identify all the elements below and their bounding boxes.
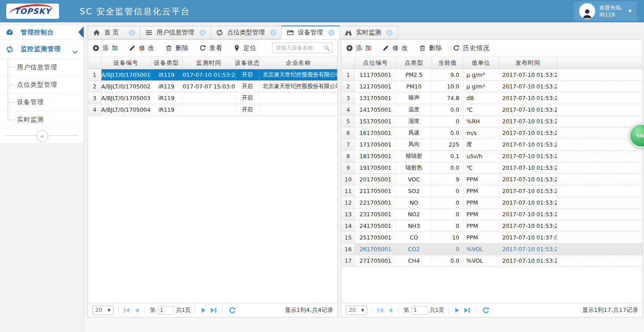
table-cell[interactable]: 2017-07-10 01:53:22: [499, 185, 557, 197]
table-cell[interactable]: 2: [88, 81, 102, 92]
column-header[interactable]: 设备编号: [102, 57, 151, 69]
table-cell[interactable]: 2017-07-10 01:53:21: [499, 127, 557, 139]
column-header[interactable]: 监测时间: [182, 57, 236, 69]
table-cell[interactable]: VOC: [396, 174, 432, 185]
table-row[interactable]: 17271705001CH40.0%VOL2017-07-10 01:53:21: [342, 255, 642, 267]
table-cell[interactable]: 3: [342, 92, 355, 104]
page-number-input[interactable]: [158, 306, 174, 315]
reload-icon[interactable]: [229, 307, 236, 314]
table-cell[interactable]: iR119: [151, 81, 182, 92]
sidebar-item-realtime[interactable]: 实时监测: [0, 111, 84, 129]
edit-button[interactable]: 修 改: [129, 44, 154, 52]
table-cell[interactable]: PPM: [463, 209, 499, 220]
table-cell[interactable]: 2017-07-10 01:53:22: [499, 92, 557, 104]
table-cell[interactable]: 2017-07-10 01:53:21: [499, 81, 557, 92]
table-cell[interactable]: 0.0: [432, 104, 463, 115]
table-cell[interactable]: [557, 232, 642, 243]
table-cell[interactable]: NO: [396, 197, 432, 208]
table-cell[interactable]: 111705001: [355, 69, 396, 80]
tab-device[interactable]: 设备管理×: [281, 25, 340, 39]
column-header[interactable]: 企业名称: [259, 57, 337, 69]
topsky-logo[interactable]: TOPSKY: [6, 4, 59, 19]
table-cell[interactable]: 4: [88, 104, 102, 115]
table-cell[interactable]: 开启: [236, 81, 259, 92]
table-cell[interactable]: [182, 104, 236, 115]
table-row[interactable]: 14241705001NH30PPM2017-07-10 01:53:21: [342, 220, 642, 232]
table-cell[interactable]: 2017-07-10 01:53:21: [499, 139, 557, 150]
table-cell[interactable]: PPM: [463, 185, 499, 197]
first-page-button[interactable]: [123, 307, 131, 314]
table-cell[interactable]: 151705001: [355, 116, 396, 127]
close-icon[interactable]: ×: [129, 29, 135, 36]
table-row[interactable]: 8181705001核辐射0.1uSv/h2017-07-10 01:53:21: [342, 151, 642, 162]
table-cell[interactable]: dB: [463, 92, 499, 104]
table-cell[interactable]: 171705001: [355, 139, 396, 150]
table-cell[interactable]: [557, 162, 642, 173]
table-cell[interactable]: 2017-07-10 01:53:22: [499, 116, 557, 127]
table-cell[interactable]: 14: [342, 220, 355, 231]
table-cell[interactable]: %RH: [463, 116, 499, 127]
table-cell[interactable]: PPM: [463, 174, 499, 185]
table-row[interactable]: 2A/BJLT/0/1705002iR1192017-07-07 15:03:0…: [88, 81, 337, 92]
prev-page-button[interactable]: [386, 307, 394, 314]
table-cell[interactable]: 辐射热: [396, 162, 432, 173]
table-cell[interactable]: 开启: [236, 92, 259, 104]
table-cell[interactable]: PM10: [396, 81, 432, 92]
table-cell[interactable]: 15: [342, 232, 355, 243]
table-cell[interactable]: 2017-07-10 01:53:21: [499, 197, 557, 208]
page-number-input[interactable]: [411, 306, 428, 315]
prev-page-button[interactable]: [133, 307, 140, 314]
table-cell[interactable]: ℃: [463, 104, 499, 115]
table-cell[interactable]: 271705001: [355, 255, 396, 266]
table-cell[interactable]: uSv/h: [463, 151, 499, 162]
delete-button[interactable]: 删除: [165, 44, 189, 52]
table-row[interactable]: 7171705001风向225度2017-07-10 01:53:21: [342, 139, 642, 151]
table-cell[interactable]: 2017-07-10 01:53:21: [499, 220, 557, 231]
search-input[interactable]: [272, 45, 323, 51]
table-cell[interactable]: 231705001: [355, 209, 396, 220]
table-cell[interactable]: 12: [342, 197, 355, 208]
table-cell[interactable]: 7: [342, 139, 355, 150]
table-cell[interactable]: 261705001: [355, 244, 396, 255]
table-cell[interactable]: 3: [88, 92, 102, 104]
first-page-button[interactable]: [377, 307, 384, 314]
next-page-button[interactable]: [200, 307, 208, 314]
add-button[interactable]: 添 加: [93, 44, 118, 52]
table-cell[interactable]: A/BJLT/0/1705002: [102, 81, 151, 92]
edit-button[interactable]: 修 改: [382, 44, 408, 52]
table-cell[interactable]: 11: [342, 185, 355, 197]
table-cell[interactable]: 9.0: [432, 69, 463, 80]
table-cell[interactable]: 131705001: [355, 92, 396, 104]
table-cell[interactable]: [259, 92, 337, 104]
delete-button[interactable]: 删除: [419, 44, 442, 52]
table-cell[interactable]: SO2: [396, 185, 432, 197]
column-header[interactable]: 值单位: [463, 57, 499, 69]
table-cell[interactable]: CH4: [396, 255, 432, 266]
table-cell[interactable]: [557, 209, 642, 220]
user-menu[interactable]: 欢迎光临, iR119 ▼: [574, 1, 637, 21]
collapse-icon[interactable]: «: [36, 130, 48, 142]
search-icon[interactable]: [323, 45, 330, 51]
table-cell[interactable]: 北京凌天世纪控股股份有限公司: [259, 81, 337, 92]
table-cell[interactable]: 2017-07-10 01:53:22: [499, 174, 557, 185]
table-cell[interactable]: 0.0: [432, 162, 463, 173]
table-cell[interactable]: 2017-07-10 01:53:22: [182, 69, 236, 80]
table-cell[interactable]: 2017-07-10 01:53:21: [499, 255, 557, 266]
table-cell[interactable]: [557, 151, 642, 162]
table-cell[interactable]: 0: [432, 244, 463, 255]
table-cell[interactable]: μ g/m³: [463, 81, 499, 92]
table-cell[interactable]: 201705001: [355, 174, 396, 185]
table-cell[interactable]: iR119: [151, 92, 182, 104]
table-cell[interactable]: 8: [342, 151, 355, 162]
table-cell[interactable]: 2017-07-10 01:53:22: [499, 104, 557, 115]
table-cell[interactable]: 10: [342, 174, 355, 185]
table-cell[interactable]: 0: [432, 220, 463, 231]
table-cell[interactable]: NH3: [396, 220, 432, 231]
table-cell[interactable]: [557, 174, 642, 185]
table-cell[interactable]: 241705001: [355, 220, 396, 231]
table-cell[interactable]: 225: [432, 139, 463, 150]
table-cell[interactable]: 2017-07-10 01:53:22: [499, 244, 557, 255]
table-row[interactable]: 16261705001CO20%VOL2017-07-10 01:53:22: [342, 244, 642, 255]
table-cell[interactable]: iR119: [151, 104, 182, 115]
column-header[interactable]: 点位编号: [355, 57, 396, 69]
